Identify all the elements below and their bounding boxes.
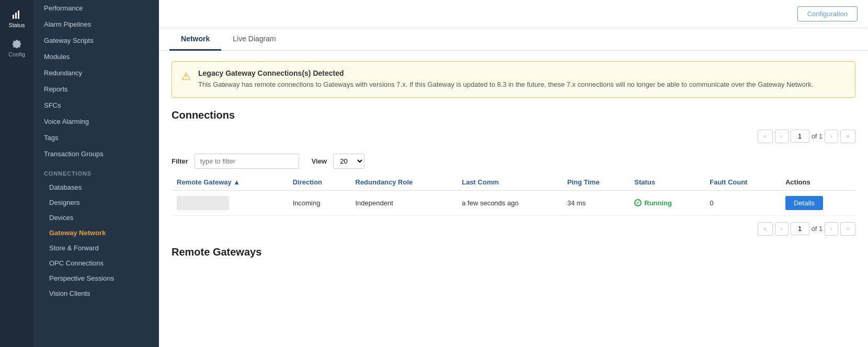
sidebar-status-label: Status (8, 22, 25, 28)
icon-sidebar: Status Config (0, 0, 33, 347)
col-fault-count[interactable]: Fault Count (704, 174, 780, 191)
nav-sub-item-designers[interactable]: Designers (33, 195, 159, 210)
nav-sub-item-perspective-sessions[interactable]: Perspective Sessions (33, 271, 159, 286)
col-remote-gateway[interactable]: Remote Gateway ▲ (172, 174, 288, 191)
main-content: Configuration Network Live Diagram ⚠ Leg… (159, 0, 868, 347)
tabs-bar: Network Live Diagram (159, 28, 868, 51)
col-status[interactable]: Status (629, 174, 704, 191)
nav-item-modules[interactable]: Modules (33, 49, 159, 65)
bar-chart-icon (12, 9, 22, 20)
filter-input[interactable] (195, 154, 299, 169)
nav-item-tags[interactable]: Tags (33, 130, 159, 146)
warning-icon: ⚠ (181, 70, 191, 83)
running-icon: ✓ (634, 199, 642, 206)
page-last-btn[interactable]: » (840, 130, 855, 143)
nav-item-performance[interactable]: Performance (33, 0, 159, 16)
pagination-top: « ‹ of 1 › » (172, 130, 855, 143)
warning-banner: ⚠ Legacy Gateway Connections(s) Detected… (172, 61, 855, 98)
filter-bar: Filter View 20 50 100 (172, 148, 855, 174)
page-next-btn-bottom[interactable]: › (825, 222, 838, 236)
cell-redundancy-role: Independent (350, 190, 457, 215)
sidebar-icon-status[interactable]: Status (0, 4, 33, 33)
col-direction[interactable]: Direction (288, 174, 350, 191)
nav-sub-item-devices[interactable]: Devices (33, 210, 159, 225)
status-label: Running (644, 199, 672, 207)
connections-heading: Connections (172, 109, 855, 121)
nav-item-reports[interactable]: Reports (33, 81, 159, 97)
remote-gateways-heading: Remote Gateways (172, 246, 855, 258)
nav-item-gateway-scripts[interactable]: Gateway Scripts (33, 32, 159, 49)
page-prev-btn-bottom[interactable]: ‹ (775, 222, 789, 236)
nav-item-sfcs[interactable]: SFCs (33, 97, 159, 113)
page-prev-btn[interactable]: ‹ (775, 130, 789, 143)
nav-sub-item-store-forward[interactable]: Store & Forward (33, 240, 159, 256)
warning-title: Legacy Gateway Connections(s) Detected (198, 69, 813, 77)
warning-text: This Gateway has remote connections to G… (198, 79, 813, 90)
page-first-btn-bottom[interactable]: « (758, 222, 773, 236)
status-running: ✓ Running (634, 199, 699, 207)
table-row: Incoming Independent a few seconds ago 3… (172, 190, 855, 215)
cell-direction: Incoming (288, 190, 350, 215)
col-redundancy-role[interactable]: Redundancy Role (350, 174, 457, 191)
tab-live-diagram[interactable]: Live Diagram (221, 28, 287, 51)
top-bar: Configuration (159, 0, 868, 28)
sidebar-config-label: Config (8, 51, 25, 57)
connections-table: Remote Gateway ▲ Direction Redundancy Ro… (172, 174, 855, 216)
filter-label: Filter (172, 157, 188, 165)
nav-item-redundancy[interactable]: Redundancy (33, 65, 159, 81)
nav-sub-item-databases[interactable]: Databases (33, 180, 159, 195)
table-header-row: Remote Gateway ▲ Direction Redundancy Ro… (172, 174, 855, 191)
nav-item-alarm-pipelines[interactable]: Alarm Pipelines (33, 16, 159, 32)
page-last-btn-bottom[interactable]: » (840, 222, 855, 236)
nav-item-transaction-groups[interactable]: Transaction Groups (33, 146, 159, 162)
tab-network[interactable]: Network (169, 28, 221, 51)
sidebar-icon-config[interactable]: Config (0, 33, 33, 63)
nav-sub-item-vision-clients[interactable]: Vision Clients (33, 286, 159, 301)
configuration-button[interactable]: Configuration (797, 6, 858, 21)
gear-icon (12, 39, 22, 49)
svg-rect-2 (18, 10, 19, 19)
cell-fault-count: 0 (704, 190, 780, 215)
cell-ping-time: 34 ms (562, 190, 630, 215)
cell-actions: Details (780, 190, 855, 215)
remote-gateway-value (177, 196, 229, 210)
page-next-btn[interactable]: › (825, 130, 838, 143)
content-area: ⚠ Legacy Gateway Connections(s) Detected… (159, 51, 868, 347)
pagination-bottom: « ‹ of 1 › » (172, 222, 855, 236)
svg-rect-1 (15, 13, 17, 19)
nav-sub-item-opc-connections[interactable]: OPC Connections (33, 256, 159, 271)
page-of-label: of 1 (812, 132, 823, 140)
cell-remote-gateway (172, 190, 288, 215)
page-of-label-bottom: of 1 (812, 225, 823, 233)
nav-sidebar: Performance Alarm Pipelines Gateway Scri… (33, 0, 159, 347)
connections-section-header: CONNECTIONS (33, 162, 159, 180)
cell-status: ✓ Running (629, 190, 704, 215)
view-label: View (312, 157, 327, 165)
nav-sub-item-gateway-network[interactable]: Gateway Network (33, 225, 159, 240)
col-actions: Actions (780, 174, 855, 191)
details-button[interactable]: Details (785, 196, 823, 210)
col-last-comm[interactable]: Last Comm (456, 174, 562, 191)
warning-text-block: Legacy Gateway Connections(s) Detected T… (198, 69, 813, 90)
page-first-btn[interactable]: « (758, 130, 773, 143)
nav-item-voice-alarming[interactable]: Voice Alarming (33, 113, 159, 130)
cell-last-comm: a few seconds ago (456, 190, 562, 215)
svg-rect-0 (13, 15, 14, 19)
view-select[interactable]: 20 50 100 (333, 154, 364, 169)
page-number-input[interactable] (791, 130, 809, 143)
col-ping-time[interactable]: Ping Time (562, 174, 630, 191)
page-number-input-bottom[interactable] (791, 222, 809, 235)
